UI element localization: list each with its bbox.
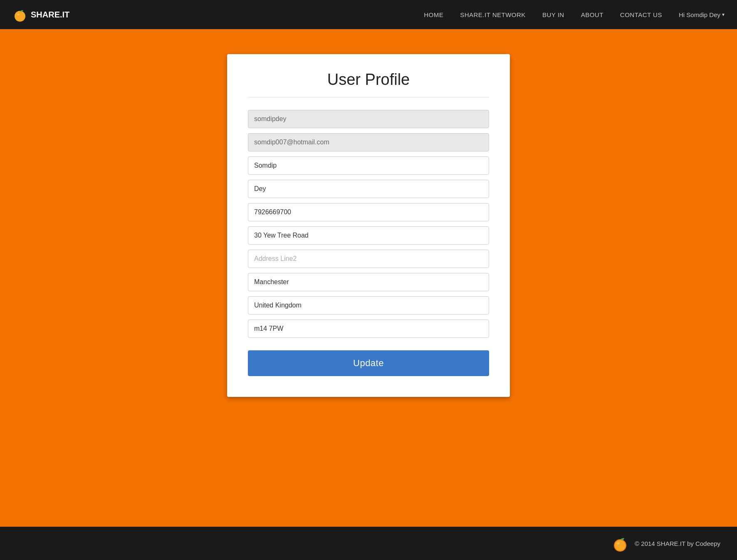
footer-brand-icon: [611, 535, 629, 552]
profile-card: User Profile Up: [227, 54, 510, 397]
lastname-group: [248, 180, 489, 198]
svg-point-6: [615, 540, 626, 551]
firstname-input[interactable]: [248, 156, 489, 175]
main-content: User Profile Up: [0, 29, 737, 527]
page-title: User Profile: [248, 71, 489, 97]
nav-links: HOME SHARE.IT NETWORK BUY IN ABOUT CONTA…: [424, 11, 725, 18]
country-group: [248, 296, 489, 315]
phone-group: [248, 203, 489, 221]
postcode-group: [248, 320, 489, 338]
nav-network[interactable]: SHARE.IT NETWORK: [460, 11, 526, 18]
username-input[interactable]: [248, 110, 489, 128]
nav-about[interactable]: ABOUT: [581, 11, 603, 18]
brand-icon: [12, 7, 27, 22]
username-group: [248, 110, 489, 128]
phone-input[interactable]: [248, 203, 489, 221]
update-button[interactable]: Update: [248, 350, 489, 376]
lastname-input[interactable]: [248, 180, 489, 198]
address2-group: [248, 250, 489, 268]
email-group: [248, 133, 489, 151]
brand-name: SHARE.IT: [31, 10, 69, 20]
nav-buyin[interactable]: BUY IN: [542, 11, 564, 18]
footer-copyright: © 2014 SHARE.IT by Codeepy: [635, 540, 720, 547]
chevron-down-icon: ▾: [722, 12, 725, 17]
address1-group: [248, 226, 489, 245]
country-input[interactable]: [248, 296, 489, 315]
postcode-input[interactable]: [248, 320, 489, 338]
svg-point-2: [15, 12, 25, 21]
address2-input[interactable]: [248, 250, 489, 268]
brand-link[interactable]: SHARE.IT: [12, 7, 69, 22]
nav-user-menu[interactable]: Hi Somdip Dey ▾: [679, 11, 725, 18]
address1-input[interactable]: [248, 226, 489, 245]
firstname-group: [248, 156, 489, 175]
nav-user-label: Hi Somdip Dey: [679, 11, 720, 18]
footer: © 2014 SHARE.IT by Codeepy: [0, 527, 737, 560]
city-group: [248, 273, 489, 291]
navbar: SHARE.IT HOME SHARE.IT NETWORK BUY IN AB…: [0, 0, 737, 29]
email-input[interactable]: [248, 133, 489, 151]
nav-contact[interactable]: CONTACT US: [620, 11, 662, 18]
nav-home[interactable]: HOME: [424, 11, 443, 18]
city-input[interactable]: [248, 273, 489, 291]
